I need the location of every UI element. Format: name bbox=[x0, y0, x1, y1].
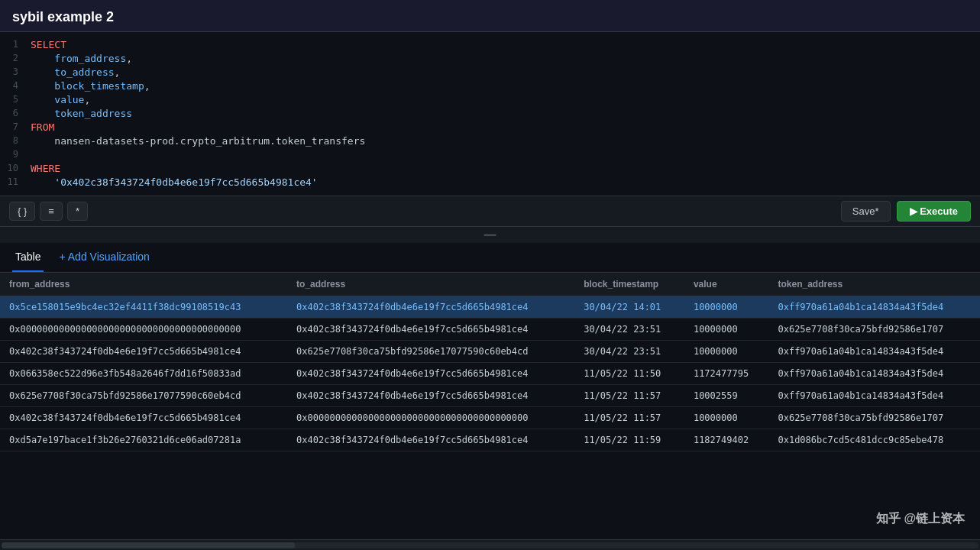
cell-block_timestamp: 30/04/22 23:51 bbox=[574, 319, 684, 341]
cell-token_address: 0x625e7708f30ca75bfd92586e1707 bbox=[768, 407, 980, 429]
cell-to_address: 0x00000000000000000000000000000000000000… bbox=[287, 407, 574, 429]
cell-value: 10000000 bbox=[684, 319, 769, 341]
star-button[interactable]: * bbox=[67, 202, 88, 221]
main-layout: sybil example 2 1 SELECT 2 from_address,… bbox=[0, 0, 980, 550]
cell-value: 10000000 bbox=[684, 296, 769, 319]
table-row: 0x625e7708f30ca75bfd92586e17077590c60eb4… bbox=[0, 385, 980, 407]
cell-token_address: 0xff970a61a04b1ca14834a43f5de4 bbox=[768, 341, 980, 363]
cell-from_address: 0x5ce158015e9bc4ec32ef4411f38dc99108519c… bbox=[0, 296, 287, 319]
toolbar: { } ≡ * Save* Execute bbox=[0, 196, 980, 227]
save-button[interactable]: Save* bbox=[841, 201, 891, 222]
code-editor[interactable]: 1 SELECT 2 from_address, 3 to_address, 4… bbox=[0, 31, 980, 196]
cell-block_timestamp: 30/04/22 14:01 bbox=[574, 296, 684, 319]
tab-add-visualization[interactable]: + Add Visualization bbox=[56, 243, 152, 272]
col-from-address: from_address bbox=[0, 273, 287, 296]
cell-value: 1182749402 bbox=[684, 429, 769, 451]
cell-from_address: 0x402c38f343724f0db4e6e19f7cc5d665b4981c… bbox=[0, 407, 287, 429]
cell-from_address: 0x402c38f343724f0db4e6e19f7cc5d665b4981c… bbox=[0, 341, 287, 363]
code-line-7: 7 FROM bbox=[0, 121, 980, 134]
cell-block_timestamp: 11/05/22 11:57 bbox=[574, 385, 684, 407]
code-line-1: 1 SELECT bbox=[0, 38, 980, 52]
table-row: 0xd5a7e197bace1f3b26e2760321d6ce06ad0728… bbox=[0, 429, 980, 451]
code-line-11: 11 '0x402c38f343724f0db4e6e19f7cc5d665b4… bbox=[0, 176, 980, 189]
col-token-address: token_address bbox=[768, 273, 980, 296]
code-line-8: 8 nansen-datasets-prod.crypto_arbitrum.t… bbox=[0, 134, 980, 148]
cell-to_address: 0x402c38f343724f0db4e6e19f7cc5d665b4981c… bbox=[287, 296, 574, 319]
cell-block_timestamp: 11/05/22 11:57 bbox=[574, 407, 684, 429]
cell-token_address: 0xff970a61a04b1ca14834a43f5de4 bbox=[768, 385, 980, 407]
table-header-row: from_address to_address block_timestamp … bbox=[0, 273, 980, 296]
cell-from_address: 0xd5a7e197bace1f3b26e2760321d6ce06ad0728… bbox=[0, 429, 287, 451]
code-line-2: 2 from_address, bbox=[0, 52, 980, 66]
execute-button[interactable]: Execute bbox=[897, 201, 972, 222]
cell-token_address: 0xff970a61a04b1ca14834a43f5de4 bbox=[768, 296, 980, 319]
cell-token_address: 0x625e7708f30ca75bfd92586e1707 bbox=[768, 319, 980, 341]
cell-to_address: 0x402c38f343724f0db4e6e19f7cc5d665b4981c… bbox=[287, 385, 574, 407]
toolbar-left: { } ≡ * bbox=[9, 202, 88, 221]
cell-from_address: 0x00000000000000000000000000000000000000… bbox=[0, 319, 287, 341]
tabs-bar: Table + Add Visualization bbox=[0, 243, 980, 273]
json-view-button[interactable]: { } bbox=[9, 202, 35, 221]
col-block-timestamp: block_timestamp bbox=[574, 273, 684, 296]
table-row: 0x402c38f343724f0db4e6e19f7cc5d665b4981c… bbox=[0, 341, 980, 363]
cell-to_address: 0x402c38f343724f0db4e6e19f7cc5d665b4981c… bbox=[287, 429, 574, 451]
results-table: from_address to_address block_timestamp … bbox=[0, 273, 980, 451]
code-line-10: 10 WHERE bbox=[0, 162, 980, 176]
code-line-9: 9 bbox=[0, 148, 980, 162]
code-line-6: 6 token_address bbox=[0, 107, 980, 121]
tab-table[interactable]: Table bbox=[12, 243, 44, 272]
table-container[interactable]: from_address to_address block_timestamp … bbox=[0, 273, 980, 539]
bottom-scrollbar[interactable] bbox=[0, 539, 980, 550]
cell-to_address: 0x402c38f343724f0db4e6e19f7cc5d665b4981c… bbox=[287, 363, 574, 385]
cell-value: 10000000 bbox=[684, 341, 769, 363]
col-value: value bbox=[684, 273, 769, 296]
bottom-scroll-track[interactable] bbox=[2, 542, 978, 548]
header: sybil example 2 bbox=[0, 0, 980, 31]
cell-block_timestamp: 30/04/22 23:51 bbox=[574, 341, 684, 363]
cell-to_address: 0x625e7708f30ca75bfd92586e17077590c60eb4… bbox=[287, 341, 574, 363]
cell-token_address: 0x1d086bc7cd5c481dcc9c85ebe478 bbox=[768, 429, 980, 451]
table-row: 0x402c38f343724f0db4e6e19f7cc5d665b4981c… bbox=[0, 407, 980, 429]
cell-value: 1172477795 bbox=[684, 363, 769, 385]
page-title: sybil example 2 bbox=[12, 9, 968, 25]
code-line-5: 5 value, bbox=[0, 93, 980, 107]
code-line-4: 4 block_timestamp, bbox=[0, 79, 980, 93]
cell-from_address: 0x625e7708f30ca75bfd92586e17077590c60eb4… bbox=[0, 385, 287, 407]
cell-from_address: 0x066358ec522d96e3fb548a2646f7dd16f50833… bbox=[0, 363, 287, 385]
table-row: 0x066358ec522d96e3fb548a2646f7dd16f50833… bbox=[0, 363, 980, 385]
list-view-button[interactable]: ≡ bbox=[40, 202, 63, 221]
table-row: 0x5ce158015e9bc4ec32ef4411f38dc99108519c… bbox=[0, 296, 980, 319]
cell-block_timestamp: 11/05/22 11:50 bbox=[574, 363, 684, 385]
table-row: 0x00000000000000000000000000000000000000… bbox=[0, 319, 980, 341]
code-line-3: 3 to_address, bbox=[0, 66, 980, 79]
cell-token_address: 0xff970a61a04b1ca14834a43f5de4 bbox=[768, 363, 980, 385]
results-area: Table + Add Visualization from_address t… bbox=[0, 243, 980, 550]
resize-handle[interactable]: ━━ bbox=[0, 227, 980, 243]
toolbar-right: Save* Execute bbox=[841, 201, 971, 222]
col-to-address: to_address bbox=[287, 273, 574, 296]
bottom-scroll-thumb bbox=[2, 542, 295, 548]
cell-block_timestamp: 11/05/22 11:59 bbox=[574, 429, 684, 451]
cell-value: 10000000 bbox=[684, 407, 769, 429]
cell-to_address: 0x402c38f343724f0db4e6e19f7cc5d665b4981c… bbox=[287, 319, 574, 341]
cell-value: 10002559 bbox=[684, 385, 769, 407]
